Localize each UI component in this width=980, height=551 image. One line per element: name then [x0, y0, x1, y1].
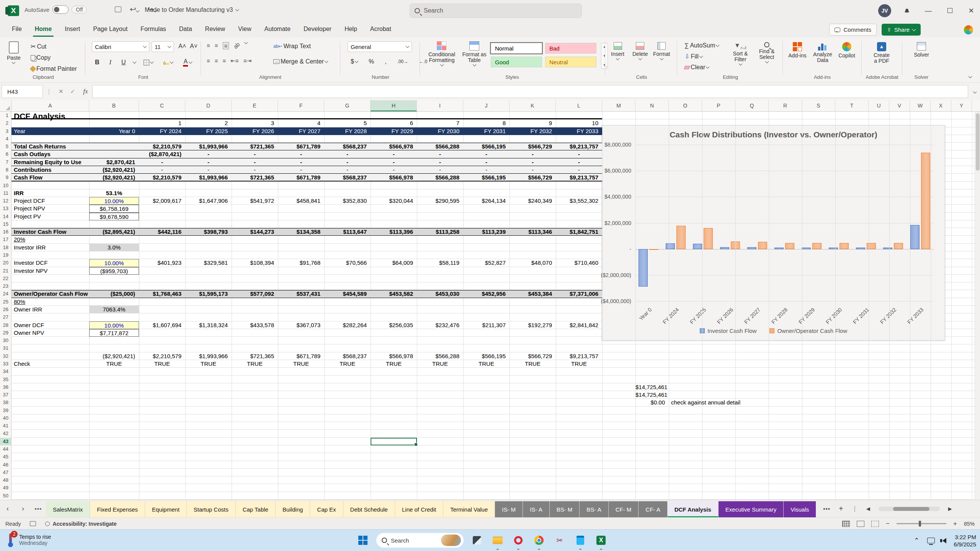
addins-button[interactable]: Add-ins — [786, 42, 808, 59]
row-header-10[interactable]: 10 — [0, 182, 11, 189]
column-header-T[interactable]: T — [835, 100, 869, 111]
column-header-M[interactable]: M — [602, 100, 635, 111]
column-header-R[interactable]: R — [769, 100, 802, 111]
column-header-U[interactable]: U — [869, 100, 889, 111]
row-header-42[interactable]: 42 — [0, 430, 11, 437]
sheet-tab-cf-a[interactable]: CF- A — [639, 501, 667, 517]
ribbon-tab-insert[interactable]: Insert — [58, 21, 87, 37]
row-header-16[interactable]: 16 — [0, 228, 11, 236]
cell-B28[interactable]: 10.00% — [89, 321, 139, 329]
align-right-icon[interactable]: ≡ — [223, 57, 226, 64]
weather-widget[interactable]: 2 Temps to rise Wednesday — [5, 532, 51, 548]
column-header-P[interactable]: P — [702, 100, 735, 111]
clear-button[interactable]: Clear — [682, 63, 721, 72]
ribbon-tab-automate[interactable]: Automate — [258, 21, 297, 37]
column-header-E[interactable]: E — [232, 100, 278, 111]
row-header-23[interactable]: 23 — [0, 282, 11, 290]
titlebar-search[interactable]: Search — [410, 3, 582, 18]
chart-bar-owner[interactable] — [758, 242, 767, 249]
row-header-2[interactable]: 2 — [0, 119, 11, 127]
macro-record-icon[interactable] — [30, 521, 36, 526]
column-header-F[interactable]: F — [278, 100, 324, 111]
increase-indent-icon[interactable]: ≡⇥ — [243, 57, 252, 64]
cell-B29[interactable]: $7,717,872 — [89, 329, 139, 337]
sheet-nav-more-icon[interactable]: ••• — [31, 500, 46, 517]
ribbon-tab-file[interactable]: File — [5, 21, 28, 37]
ribbon-tab-review[interactable]: Review — [199, 21, 232, 37]
taskbar-search[interactable]: Search — [376, 533, 464, 548]
chart-bar-investor[interactable] — [639, 249, 648, 287]
ribbon-tab-data[interactable]: Data — [173, 21, 199, 37]
vertical-scrollbar[interactable] — [975, 112, 980, 500]
hscroll-right-icon[interactable]: ▶ — [948, 506, 952, 512]
normal-view-icon[interactable] — [842, 521, 850, 527]
ribbon-tab-help[interactable]: Help — [338, 21, 364, 37]
sheet-tab-is-m[interactable]: IS- M — [495, 501, 523, 517]
sheet-tab-building[interactable]: Building — [276, 501, 310, 517]
chart-bar-owner[interactable] — [676, 226, 686, 249]
clock[interactable]: 3:22 PM 6/9/2025 — [954, 533, 976, 548]
row-header-50[interactable]: 50 — [0, 492, 11, 500]
column-header-B[interactable]: B — [89, 100, 139, 111]
row-header-21[interactable]: 21 — [0, 267, 11, 275]
row-header-25[interactable]: 25 — [0, 298, 11, 306]
column-header-S[interactable]: S — [802, 100, 835, 111]
row-header-5[interactable]: 5 — [0, 143, 11, 150]
row-header-17[interactable]: 17 — [0, 236, 11, 243]
row-header-37[interactable]: 37 — [0, 391, 11, 399]
cell-B13[interactable]: $6,758,169 — [89, 205, 139, 212]
sheet-tab-terminal-value[interactable]: Terminal Value — [443, 501, 495, 517]
increase-decimal-button[interactable]: .00→ — [395, 58, 411, 65]
autosum-button[interactable]: ∑ AutoSum — [682, 41, 721, 50]
sheet-tab-bs-m[interactable]: BS- M — [550, 501, 580, 517]
taskbar-icon-opera[interactable] — [511, 533, 526, 548]
cell-B14[interactable]: $9,678,590 — [89, 213, 139, 220]
ribbon-tab-page-layout[interactable]: Page Layout — [87, 21, 134, 37]
column-header-G[interactable]: G — [324, 100, 371, 111]
formula-input[interactable] — [92, 85, 968, 98]
font-color-button[interactable]: A — [181, 57, 194, 67]
chart-bar-owner[interactable] — [785, 243, 794, 249]
chart-bar-investor[interactable] — [747, 247, 756, 249]
format-painter-button[interactable]: Format Painter — [28, 65, 79, 73]
chart-bar-owner[interactable] — [867, 243, 876, 249]
zoom-level[interactable]: 85% — [964, 521, 975, 527]
align-top-icon[interactable]: ≡ — [207, 42, 210, 49]
chart-bar-owner[interactable] — [840, 243, 849, 249]
comments-button[interactable]: Comments — [829, 24, 877, 36]
column-header-I[interactable]: I — [417, 100, 463, 111]
row-header-28[interactable]: 28 — [0, 321, 11, 329]
chart-bar-owner[interactable] — [812, 243, 822, 249]
sheet-grid[interactable]: Cash Flow Distributions (Investor vs. Ow… — [0, 112, 980, 500]
sheet-tab-cap-ex[interactable]: Cap Ex — [310, 501, 343, 517]
expand-formula-bar-icon[interactable] — [973, 90, 977, 93]
zoom-slider[interactable] — [897, 523, 946, 524]
column-header-K[interactable]: K — [510, 100, 556, 111]
row-header-7[interactable]: 7 — [0, 158, 11, 166]
styles-gallery-scroll[interactable]: ▲▼▼̲ — [601, 43, 608, 69]
column-header-X[interactable]: X — [931, 100, 951, 111]
sheet-tab-equipment[interactable]: Equipment — [145, 501, 187, 517]
autosave-control[interactable]: AutoSave Off — [24, 5, 87, 14]
chart-bar-owner[interactable] — [894, 243, 903, 249]
row-header-45[interactable]: 45 — [0, 453, 11, 461]
cell-style-neutral[interactable]: Neutral — [545, 57, 596, 67]
row-header-31[interactable]: 31 — [0, 344, 11, 352]
chart-bar-investor[interactable] — [693, 244, 702, 249]
align-bottom-icon[interactable]: ≡ — [223, 42, 229, 49]
borders-button[interactable] — [141, 59, 155, 66]
tabstrip-menu-icon[interactable]: ⋮ — [852, 505, 858, 512]
row-header-9[interactable]: 9 — [0, 174, 11, 181]
document-title[interactable]: Made to Order Manufacturing v3 — [145, 7, 238, 13]
sheet-tab-dcf-analysis[interactable]: DCF Analysis — [668, 501, 719, 517]
taskbar-icon-notepad[interactable] — [573, 533, 588, 548]
network-icon[interactable] — [927, 538, 935, 543]
column-header-C[interactable]: C — [139, 100, 185, 111]
create-pdf-button[interactable]: ▲ Createa PDF — [869, 42, 894, 64]
ribbon-tab-developer[interactable]: Developer — [297, 21, 338, 37]
fill-color-button[interactable]: ◊ — [161, 60, 175, 65]
sheet-tab-visuals[interactable]: Visuals — [784, 501, 816, 517]
chart-bar-owner[interactable] — [704, 228, 713, 249]
comma-format-button[interactable]: , — [382, 57, 389, 66]
autosave-toggle[interactable] — [52, 5, 69, 14]
